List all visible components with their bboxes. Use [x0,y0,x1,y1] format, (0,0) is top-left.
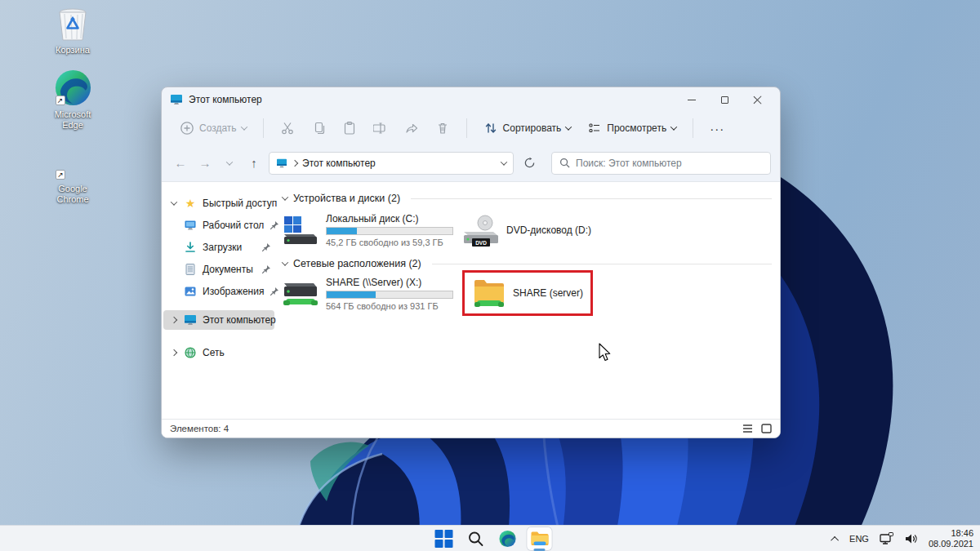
capacity-bar-fill [327,291,376,298]
taskbar-search-button[interactable] [464,527,488,550]
sort-button[interactable]: Сортировать [477,116,578,140]
tray-date: 08.09.2021 [929,539,973,549]
title-bar[interactable]: Этот компьютер [162,87,780,112]
network-share-label: SHARE (server) [513,287,583,299]
drive-item-c[interactable]: Локальный диск (C:) 45,2 ГБ свободно из … [283,213,462,247]
search-input[interactable] [576,158,763,169]
sort-button-label: Сортировать [503,122,562,134]
close-button[interactable] [741,88,773,111]
rename-button[interactable] [367,116,394,140]
taskbar-edge-button[interactable] [496,527,520,550]
capacity-bar [326,227,453,235]
sidebar-item-quick-access[interactable]: ★ Быстрый доступ [162,192,276,214]
this-pc-icon [276,158,287,168]
desktop-icon-edge[interactable]: ↗ Microsoft Edge [38,69,108,131]
sidebar-item-desktop[interactable]: Рабочий стол [162,214,276,236]
network-grid: SHARE (\\Server) (X:) 564 ГБ свободно из… [283,277,772,316]
copy-button[interactable] [305,116,332,140]
status-bar: Элементов: 4 [162,419,780,438]
chevron-expanded-icon[interactable] [170,201,178,206]
taskbar-center [432,526,552,551]
system-tray: ENG 18:46 08.09.2021 [833,526,973,551]
maximize-button[interactable] [708,88,741,111]
sort-icon [483,121,498,136]
breadcrumb[interactable]: Этот компьютер [302,158,376,169]
pin-icon [261,242,271,252]
see-more-button[interactable]: ··· [703,117,731,140]
forward-button[interactable]: → [195,153,215,173]
sidebar-item-downloads[interactable]: Загрузки [162,236,276,258]
svg-text:DVD: DVD [475,240,487,246]
drive-detail: 45,2 ГБ свободно из 59,3 ГБ [326,238,455,247]
share-button[interactable] [398,116,425,140]
share-icon [404,121,419,136]
pin-icon [261,264,271,274]
navigation-pane: ★ Быстрый доступ Рабочий стол [162,182,276,419]
up-button[interactable]: ↑ [244,153,264,173]
large-icons-view-icon[interactable] [761,424,772,433]
explorer-window: Этот компьютер Создать [161,87,781,438]
sidebar-item-label: Быстрый доступ [203,198,277,209]
command-bar: Создать [162,112,780,144]
minimize-button[interactable] [675,88,708,111]
chevron-down-icon[interactable] [282,193,288,200]
start-button[interactable] [432,527,457,550]
ellipsis-icon: ··· [710,122,724,136]
back-button[interactable]: ← [171,153,190,173]
paste-icon [342,121,357,136]
sidebar-item-label: Сеть [203,347,225,358]
view-options-icon [587,121,602,136]
section-divider [411,198,772,199]
details-view-icon[interactable] [742,424,753,433]
search-box[interactable] [551,152,771,175]
new-button-label: Создать [199,122,237,134]
sidebar-item-network[interactable]: Сеть [162,341,276,363]
section-divider [432,264,772,264]
section-header-network[interactable]: Сетевые расположения (2) [283,256,772,272]
section-title: Сетевые расположения (2) [293,258,421,269]
cut-button[interactable] [274,116,301,140]
section-header-devices[interactable]: Устройства и диски (2) [283,190,772,207]
desktop: Корзина ↗ Microsoft Edge ↗ [0,0,980,551]
drive-name: SHARE (\\Server) (X:) [326,277,455,288]
search-icon [468,531,484,547]
address-bar[interactable]: Этот компьютер [269,152,514,175]
view-button-label: Просмотреть [607,122,666,134]
chevron-collapsed-icon[interactable] [170,350,178,355]
sidebar-item-pictures[interactable]: Изображения [162,280,276,302]
sidebar-item-this-pc[interactable]: Этот компьютер [163,310,274,330]
chevron-down-icon[interactable] [501,158,507,165]
drive-item-x[interactable]: SHARE (\\Server) (X:) 564 ГБ свободно из… [283,277,462,316]
taskbar-explorer-button[interactable] [528,527,552,550]
tray-expand-icon[interactable] [831,535,839,544]
search-icon [559,158,570,168]
sidebar-item-label: Загрузки [203,242,242,253]
clock[interactable]: 18:46 08.09.2021 [929,528,973,549]
chevron-down-icon[interactable] [282,259,288,265]
chevron-down-icon [565,123,572,130]
volume-icon[interactable] [905,533,918,544]
recent-locations-button[interactable] [220,153,239,173]
language-indicator[interactable]: ENG [849,534,869,544]
recycle-bin-icon [55,7,91,42]
view-button[interactable]: Просмотреть [581,116,683,140]
sidebar-item-label: Изображения [203,286,264,297]
pictures-icon [184,285,197,298]
chevron-collapsed-icon[interactable] [170,318,178,322]
desktop-icon-label: Google Chrome [48,184,97,205]
delete-button[interactable] [429,116,457,140]
network-tray-icon[interactable] [880,532,894,545]
windows-logo-icon [435,530,453,548]
desktop-icon-recycle-bin[interactable]: Корзина [38,7,108,56]
new-button[interactable]: Создать [173,116,253,140]
paste-button[interactable] [336,116,363,140]
edge-icon [499,530,517,548]
sidebar-item-documents[interactable]: Документы [162,258,276,280]
network-share-item[interactable]: SHARE (server) [472,277,583,309]
copy-icon [311,121,326,136]
refresh-button[interactable] [519,153,540,174]
drive-item-dvd[interactable]: DVD DVD-дисковод (D:) [462,213,642,247]
taskbar: ENG 18:46 08.09.2021 [0,525,980,551]
shortcut-arrow-icon: ↗ [56,170,65,180]
desktop-icon-chrome[interactable]: ↗ Google Chrome [38,144,108,205]
